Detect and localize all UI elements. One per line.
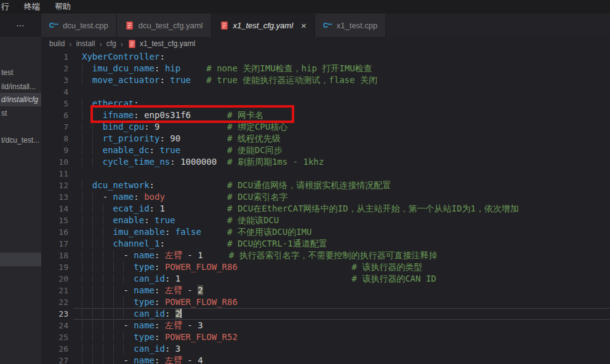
tab-label: x1_test_cfg.yaml xyxy=(233,21,294,30)
yaml-file-icon xyxy=(220,21,229,30)
code-text: - name: 左臂 - 2 xyxy=(73,285,610,296)
line-number: 5 xyxy=(41,98,73,109)
code-line[interactable]: 18 - name: 左臂 - 1 # 执行器索引名字，不需要控制的执行器可直接… xyxy=(41,250,610,261)
indent-guide xyxy=(92,192,103,202)
indent-guide xyxy=(123,262,134,272)
code-line[interactable]: 15 enable: true # 使能该DCU xyxy=(41,215,610,226)
code-text: type: POWER_FLOW_R86 # 该执行器的类型 xyxy=(73,261,610,273)
line-number: 10 xyxy=(41,156,73,168)
svg-text:++: ++ xyxy=(327,22,332,26)
code-line[interactable]: 27 - name: 左臂 - 4 xyxy=(41,355,610,364)
menu-item-terminal[interactable]: 终端 xyxy=(17,0,47,14)
indent-guide xyxy=(92,122,103,132)
tab-dcu_test_cfg-yaml[interactable]: dcu_test_cfg.yaml xyxy=(117,14,212,37)
indent-guide xyxy=(82,122,92,132)
code-line[interactable]: 2 imu_dcu_name: hip # none 关闭IMU检查，hip 打… xyxy=(41,63,610,74)
indent-guide xyxy=(103,227,113,237)
indent-guide xyxy=(82,192,92,202)
indent-guide xyxy=(82,344,92,354)
indent-guide xyxy=(82,204,92,213)
code-text: dcu_network: # DCU通信网络，请根据实机连接情况配置 xyxy=(73,180,610,191)
code-line[interactable]: 22 type: POWER_FLOW_R86 xyxy=(41,296,610,308)
line-number: 24 xyxy=(41,320,73,331)
tab-label: x1_test.cpp xyxy=(337,21,378,30)
code-line[interactable]: 21 - name: 左臂 - 2 xyxy=(41,285,610,296)
indent-guide xyxy=(103,320,113,330)
close-tab-icon[interactable]: × xyxy=(301,21,307,30)
code-line[interactable]: 20 can_id: 1 # 该执行器的CAN ID xyxy=(41,273,610,285)
line-number: 12 xyxy=(41,180,73,191)
breadcrumb-segment-cfg[interactable]: cfg xyxy=(106,39,116,48)
code-text: bind_cpu: 9 # 绑定CPU核心 xyxy=(73,121,610,133)
indent-guide xyxy=(103,344,113,354)
indent-guide xyxy=(82,157,92,167)
indent-guide xyxy=(113,309,124,318)
breadcrumb-file[interactable]: x1_test_cfg.yaml xyxy=(127,39,195,49)
panel-item-selected[interactable]: d/install/cfg xyxy=(0,93,41,106)
code-line[interactable]: 19 type: POWER_FLOW_R86 # 该执行器的类型 xyxy=(41,261,610,273)
code-line[interactable]: 24 - name: 左臂 - 3 xyxy=(41,320,610,331)
tab-x1_test-cpp[interactable]: C ++ x1_test.cpp xyxy=(315,14,387,37)
indent-guide xyxy=(113,274,124,283)
side-panel: test ild/install... d/install/cfg st t/d… xyxy=(0,37,41,364)
code-text: - name: body # DCU索引名字 xyxy=(73,191,610,203)
code-line[interactable]: 7 bind_cpu: 9 # 绑定CPU核心 xyxy=(41,121,610,133)
tab-bar: ⋯ C ++ dcu_test.cpp dcu_test_cfg.yaml x1… xyxy=(0,14,610,37)
line-number: 6 xyxy=(41,109,73,121)
code-line[interactable]: 25 type: POWER_FLOW_R52 xyxy=(41,331,610,343)
indent-guide xyxy=(113,297,124,307)
indent-guide xyxy=(92,250,103,260)
indent-guide xyxy=(103,332,113,342)
code-text: ifname: enp0s31f6 # 网卡名 xyxy=(73,109,610,121)
panel-item[interactable]: ild/install... xyxy=(0,81,41,93)
code-line[interactable]: 6 ifname: enp0s31f6 # 网卡名 xyxy=(41,109,610,121)
indent-guide xyxy=(113,250,124,260)
indent-guide xyxy=(82,274,92,283)
indent-guide xyxy=(82,133,92,143)
code-line[interactable]: 1XyberController: xyxy=(41,51,610,63)
code-text: can_id: 3 xyxy=(73,343,610,355)
line-number: 20 xyxy=(41,273,73,285)
indent-guide xyxy=(113,320,124,330)
code-text: channel_1: # DCU的CTRL-1通道配置 xyxy=(73,238,610,250)
breadcrumb-segment-install[interactable]: install xyxy=(76,39,95,48)
panel-item[interactable]: test xyxy=(0,66,41,79)
code-editor[interactable]: 1XyberController:2 imu_dcu_name: hip # n… xyxy=(41,50,610,364)
breadcrumb-segment-build[interactable]: build xyxy=(49,39,65,48)
code-line[interactable]: 14 ecat_id: 1 # DCU在EtherCAT网络中的ID，从主站开始… xyxy=(41,203,610,215)
code-line[interactable]: 4 xyxy=(41,86,610,98)
code-line[interactable]: 13 - name: body # DCU索引名字 xyxy=(41,191,610,203)
code-text: move_actuator: true # true 使能执行器运动测试，fla… xyxy=(73,74,610,86)
indent-guide xyxy=(103,297,113,307)
code-line[interactable]: 17 channel_1: # DCU的CTRL-1通道配置 xyxy=(41,238,610,250)
code-text xyxy=(73,86,610,98)
indent-guide xyxy=(82,239,92,248)
code-line[interactable]: 8 rt_priority: 90 # 线程优先级 xyxy=(41,133,610,144)
tab-x1_test_cfg-yaml-active[interactable]: x1_test_cfg.yaml × xyxy=(212,14,315,37)
indent-guide xyxy=(82,262,92,272)
code-line[interactable]: 9 enable_dc: true # 使能DC同步 xyxy=(41,144,610,156)
menu-item-run[interactable]: 行 xyxy=(0,0,17,14)
code-line[interactable]: 23 can_id: 2 xyxy=(41,308,610,320)
code-line[interactable]: 16 imu_enable: false # 不使用该DCU的IMU xyxy=(41,226,610,238)
code-line[interactable]: 3 move_actuator: true # true 使能执行器运动测试，f… xyxy=(41,74,610,86)
yaml-file-icon xyxy=(125,21,134,30)
indent-guide xyxy=(82,332,92,342)
panel-more-actions-button[interactable]: ⋯ xyxy=(0,14,41,37)
code-line[interactable]: 5 ethercat: xyxy=(41,98,610,109)
tab-dcu_test-cpp[interactable]: C ++ dcu_test.cpp xyxy=(41,14,117,37)
indent-guide xyxy=(92,297,103,307)
indent-guide xyxy=(82,285,92,295)
code-text: enable: true # 使能该DCU xyxy=(73,215,610,226)
panel-item[interactable]: st xyxy=(0,107,41,119)
code-line[interactable]: 11 xyxy=(41,168,610,180)
indent-guide xyxy=(92,239,103,248)
menu-item-help[interactable]: 帮助 xyxy=(47,0,78,14)
code-text xyxy=(73,168,610,180)
panel-item[interactable]: t/dcu_test... xyxy=(0,134,41,146)
code-line[interactable]: 26 can_id: 3 xyxy=(41,343,610,355)
panel-row-highlight[interactable] xyxy=(0,253,41,266)
yaml-file-icon xyxy=(127,39,137,49)
code-line[interactable]: 12 dcu_network: # DCU通信网络，请根据实机连接情况配置 xyxy=(41,180,610,191)
code-line[interactable]: 10 cycle_time_ns: 1000000 # 刷新周期1ms - 1k… xyxy=(41,156,610,168)
